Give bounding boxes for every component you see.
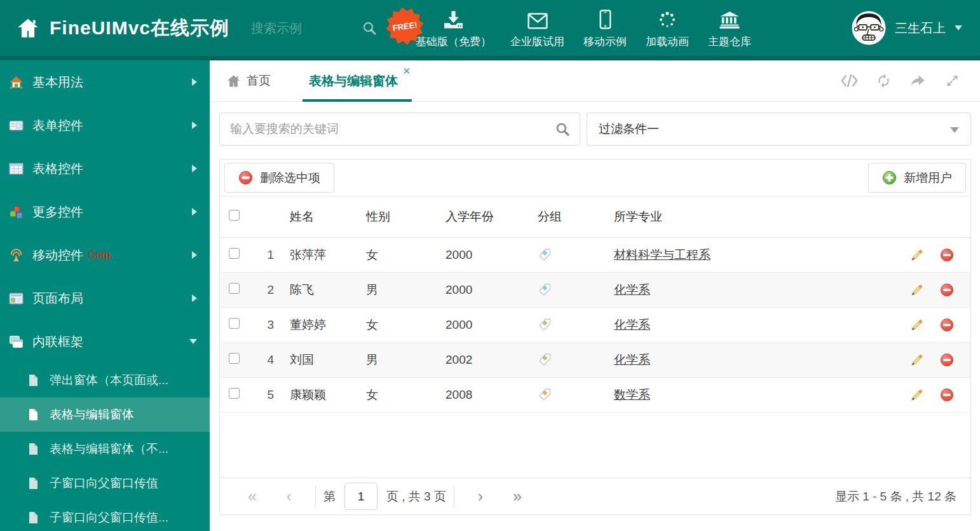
cell-gender: 男 bbox=[357, 342, 436, 377]
sidebar-item-form-controls[interactable]: 表单控件 bbox=[0, 104, 210, 147]
delete-row-icon[interactable] bbox=[940, 318, 954, 332]
close-icon[interactable] bbox=[402, 66, 411, 77]
page-icon bbox=[27, 477, 39, 490]
page-icon bbox=[27, 374, 39, 387]
last-page-button[interactable]: » bbox=[499, 487, 536, 506]
refresh-icon[interactable] bbox=[875, 73, 892, 88]
tab-home[interactable]: 首页 bbox=[220, 60, 277, 101]
cell-name: 陈飞 bbox=[280, 272, 357, 307]
edit-icon[interactable] bbox=[910, 283, 924, 297]
keyword-search-input[interactable] bbox=[219, 113, 580, 146]
edit-icon[interactable] bbox=[910, 318, 924, 332]
sidebar-item-inline-frame[interactable]: 内联框架 bbox=[0, 320, 210, 363]
plus-circle-icon bbox=[882, 170, 897, 185]
edit-icon[interactable] bbox=[910, 248, 924, 262]
sidebar-item-more-controls[interactable]: 更多控件 bbox=[0, 190, 210, 233]
add-user-button[interactable]: 新增用户 bbox=[868, 163, 966, 193]
sidebar-submenu: 弹出窗体（本页面或... 表格与编辑窗体 表格与编辑窗体（不... 子窗口向父窗… bbox=[0, 363, 210, 531]
header-nav: FREE! 基础版（免费） 企业版试用 bbox=[406, 8, 761, 49]
cell-year: 2008 bbox=[436, 377, 528, 412]
delete-row-icon[interactable] bbox=[940, 388, 954, 402]
major-link[interactable]: 化学系 bbox=[614, 283, 650, 296]
page-number-input[interactable] bbox=[344, 483, 378, 510]
row-checkbox[interactable] bbox=[229, 388, 240, 399]
major-link[interactable]: 材料科学与工程系 bbox=[614, 248, 711, 261]
user-name: 三生石上 bbox=[895, 20, 946, 37]
source-code-icon[interactable] bbox=[841, 73, 858, 88]
table-row[interactable]: 5 康颖颖 女 2008 数学系 bbox=[220, 377, 970, 412]
sidebar-subitem-grid-edit-window[interactable]: 表格与编辑窗体 bbox=[0, 397, 210, 432]
sidebar-subitem-child-to-parent[interactable]: 子窗口向父窗口传值 bbox=[0, 466, 210, 500]
sidebar-item-grid-controls[interactable]: 表格控件 bbox=[0, 147, 210, 190]
edit-icon[interactable] bbox=[910, 388, 924, 402]
expand-icon[interactable] bbox=[944, 73, 961, 88]
sidebar-subitem-child-to-parent-2[interactable]: 子窗口向父窗口传值... bbox=[0, 500, 210, 531]
app-window: FineUIMvc在线示例 搜索示例 FREE! 基础版（免费） bbox=[0, 0, 980, 531]
user-menu[interactable]: 三生石上 bbox=[852, 11, 980, 45]
chevron-down-icon bbox=[189, 339, 197, 344]
major-link[interactable]: 化学系 bbox=[614, 353, 650, 366]
row-checkbox[interactable] bbox=[229, 318, 240, 329]
row-checkbox[interactable] bbox=[229, 248, 240, 259]
table-row[interactable]: 1 张萍萍 女 2000 材料科学与工程系 bbox=[220, 237, 970, 272]
sidebar: 基本用法 表单控件 表格控件 bbox=[0, 60, 210, 531]
chevron-down-icon bbox=[950, 127, 959, 133]
search-icon[interactable] bbox=[555, 121, 570, 137]
next-page-button[interactable]: › bbox=[462, 487, 499, 506]
header-search[interactable]: 搜索示例 bbox=[251, 20, 377, 37]
sidebar-item-basic-usage[interactable]: 基本用法 bbox=[0, 60, 210, 104]
search-icon[interactable] bbox=[362, 20, 377, 36]
delete-row-icon[interactable] bbox=[940, 283, 954, 297]
first-page-button[interactable]: « bbox=[234, 487, 271, 506]
form-icon bbox=[9, 118, 24, 133]
row-checkbox[interactable] bbox=[229, 283, 240, 294]
cell-name: 张萍萍 bbox=[280, 237, 357, 272]
tag-icon bbox=[538, 388, 552, 402]
table-row[interactable]: 2 陈飞 男 2000 化学系 bbox=[220, 272, 970, 307]
tab-grid-edit-window[interactable]: 表格与编辑窗体 bbox=[303, 60, 412, 101]
table-row[interactable]: 3 董婷婷 女 2000 化学系 bbox=[220, 307, 970, 342]
tab-tools bbox=[841, 73, 980, 88]
layout-icon bbox=[9, 291, 24, 306]
home-icon bbox=[226, 74, 241, 88]
app-title: FineUIMvc在线示例 bbox=[50, 15, 229, 41]
chevron-right-icon bbox=[192, 208, 197, 216]
top-header: FineUIMvc在线示例 搜索示例 FREE! 基础版（免费） bbox=[0, 0, 980, 60]
nav-item-loading-animation[interactable]: 加载动画 bbox=[636, 8, 698, 49]
column-header-year: 入学年份 bbox=[436, 197, 528, 237]
cell-gender: 女 bbox=[357, 307, 436, 342]
column-header-major: 所学专业 bbox=[604, 197, 901, 237]
select-all-checkbox[interactable] bbox=[229, 210, 240, 221]
share-icon[interactable] bbox=[909, 73, 927, 88]
row-number: 5 bbox=[252, 377, 280, 412]
prev-page-button[interactable]: ‹ bbox=[271, 487, 308, 506]
pager-divider bbox=[454, 486, 454, 507]
sidebar-item-page-layout[interactable]: 页面布局 bbox=[0, 277, 210, 320]
major-link[interactable]: 数学系 bbox=[614, 388, 650, 401]
delete-selected-button[interactable]: 删除选中项 bbox=[224, 163, 334, 193]
filter-dropdown[interactable]: 过滤条件一 bbox=[587, 113, 971, 146]
major-link[interactable]: 化学系 bbox=[614, 318, 650, 331]
tag-icon bbox=[538, 318, 552, 332]
grid-toolbar: 删除选中项 新增用户 bbox=[220, 160, 970, 197]
nav-item-label: 企业版试用 bbox=[510, 34, 564, 49]
delete-row-icon[interactable] bbox=[940, 353, 954, 367]
sidebar-item-mobile-controls[interactable]: 移动控件 Corp. bbox=[0, 233, 210, 277]
sidebar-subitem-popup-window[interactable]: 弹出窗体（本页面或... bbox=[0, 363, 210, 397]
nav-item-theme-store[interactable]: 主题仓库 bbox=[698, 8, 761, 49]
cell-year: 2002 bbox=[436, 342, 528, 377]
nav-item-basic-edition[interactable]: FREE! 基础版（免费） bbox=[406, 8, 501, 49]
delete-row-icon[interactable] bbox=[940, 248, 954, 262]
nav-item-enterprise-trial[interactable]: 企业版试用 bbox=[501, 8, 574, 49]
keyword-search bbox=[219, 113, 580, 146]
edit-icon[interactable] bbox=[910, 353, 924, 367]
pagination-bar: « ‹ 第 页 , 共 3 页 › » 显示 1 - 5 条 , 共 12 条 bbox=[220, 478, 970, 514]
chevron-right-icon bbox=[192, 78, 197, 86]
sidebar-subitem-grid-edit-window-2[interactable]: 表格与编辑窗体（不... bbox=[0, 432, 210, 466]
tag-icon bbox=[538, 353, 552, 367]
table-row[interactable]: 4 刘国 男 2002 化学系 bbox=[220, 342, 970, 377]
brand[interactable]: FineUIMvc在线示例 bbox=[0, 15, 229, 41]
envelope-icon bbox=[527, 8, 548, 29]
row-checkbox[interactable] bbox=[229, 353, 240, 364]
nav-item-mobile-demo[interactable]: 移动示例 bbox=[574, 8, 636, 49]
